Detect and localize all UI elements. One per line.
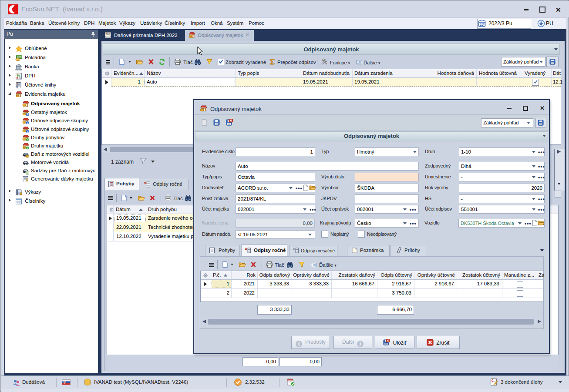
svg-text:i: i — [27, 121, 28, 124]
svg-text:i: i — [27, 130, 28, 133]
svg-text:€: € — [27, 155, 28, 158]
